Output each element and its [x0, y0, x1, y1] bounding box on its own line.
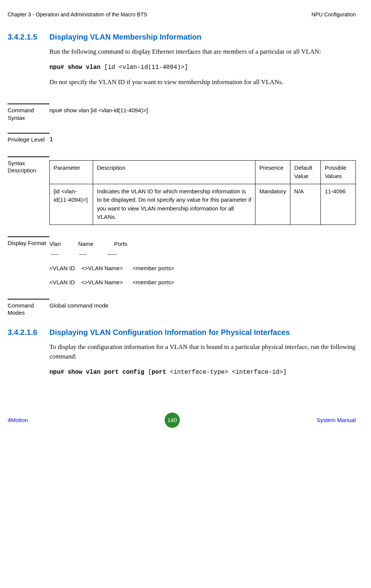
command-syntax-value: npu# show vlan [id <vlan-id(11-4094)>] — [49, 104, 356, 121]
command-syntax-label: Command Syntax — [8, 104, 49, 121]
cmd2-bold2: port — [152, 369, 166, 376]
syntax-table: Parameter Description Presence Default V… — [49, 160, 356, 225]
privilege-level-block: Privilege Level 1 — [8, 133, 356, 145]
section-title-2: Displaying VLAN Configuration Informatio… — [49, 328, 356, 337]
td-possible: 11-4096 — [321, 184, 356, 225]
th-presence: Presence — [255, 160, 290, 184]
command-modes-block: Command Modes Global command mode — [8, 299, 356, 317]
table-row: [id <vlan-id(11-4094)>] Indicates the VL… — [50, 184, 356, 225]
td-default: N/A — [290, 184, 321, 225]
cmd2-bold1: npu# show vlan port config — [49, 369, 148, 376]
cmd-args: [id <vlan-id(11-4094)>] — [104, 64, 188, 71]
command-syntax-block: Command Syntax npu# show vlan [id <vlan-… — [8, 104, 356, 121]
section1-command: npu# show vlan [id <vlan-id(11-4094)>] — [49, 62, 356, 72]
td-presence: Mandatory — [255, 184, 290, 225]
th-default: Default Value — [290, 160, 321, 184]
syntax-description-block: Syntax Description Parameter Description… — [8, 156, 356, 225]
footer-right: System Manual — [317, 417, 356, 423]
display-line4: <VLAN ID <>VLAN Name> <member ports> — [49, 277, 356, 287]
syntax-desc-label: Syntax Description — [8, 156, 49, 225]
display-format-label: Display Format — [8, 236, 49, 287]
section-number-1: 3.4.2.1.5 — [8, 33, 49, 92]
th-description: Description — [93, 160, 255, 184]
display-line1: Vlan Name Ports — [49, 239, 356, 249]
th-parameter: Parameter — [50, 160, 93, 184]
section-number-2: 3.4.2.1.6 — [8, 328, 49, 382]
section2-para1: To display the configuration information… — [49, 342, 356, 362]
command-modes-label: Command Modes — [8, 299, 49, 317]
page-header: Chapter 3 - Operation and Administration… — [8, 11, 356, 18]
section-title-1: Displaying VLAN Membership Information — [49, 33, 356, 41]
page-footer: 4Motion 140 System Manual — [0, 413, 371, 435]
privilege-label: Privilege Level — [8, 133, 49, 145]
display-line3: <VLAN ID <>VLAN Name> <member ports> — [49, 263, 356, 273]
th-possible: Possible Values — [321, 160, 356, 184]
cmd2-rest: <interface-type> <interface-id>] — [166, 369, 287, 376]
command-modes-value: Global command mode — [49, 299, 356, 317]
section1-para2: Do not specify the VLAN ID if you want t… — [49, 77, 356, 87]
display-line2: ---- ---- ----- — [49, 249, 356, 259]
page-number: 140 — [165, 413, 180, 428]
section2-command: npu# show vlan port config [port <interf… — [49, 367, 356, 377]
footer-left: 4Motion — [8, 417, 28, 423]
header-right: NPU Configuration — [311, 11, 356, 18]
cmd2-mid: [ — [148, 369, 152, 376]
td-param: [id <vlan-id(11-4094)>] — [50, 184, 93, 225]
cmd-bold: npu# show vlan — [49, 64, 104, 71]
section1-para1: Run the following command to display Eth… — [49, 47, 356, 57]
display-format-block: Display Format Vlan Name Ports ---- ----… — [8, 236, 356, 287]
table-header-row: Parameter Description Presence Default V… — [50, 160, 356, 184]
privilege-value: 1 — [49, 133, 356, 145]
td-desc: Indicates the VLAN ID for which membersh… — [93, 184, 255, 225]
header-left: Chapter 3 - Operation and Administration… — [8, 11, 147, 18]
